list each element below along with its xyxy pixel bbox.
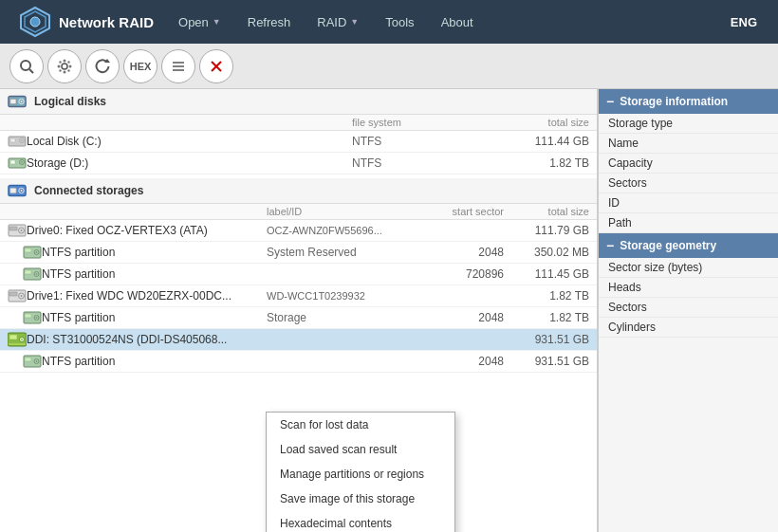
prop-heads[interactable]: Heads	[599, 278, 778, 298]
ntfs-partition-3[interactable]: NTFS partition Storage 2048 1.82 TB	[0, 307, 597, 329]
connected-storages-icon	[8, 184, 27, 197]
svg-rect-41	[25, 248, 31, 252]
main-area: Logical disks file system total size Loc…	[0, 89, 778, 532]
svg-point-11	[67, 69, 69, 71]
logo-icon	[19, 6, 51, 38]
svg-rect-62	[25, 358, 31, 361]
storage-geometry-header: − Storage geometry	[599, 233, 778, 258]
prop-cylinders[interactable]: Cylinders	[599, 318, 778, 338]
svg-point-43	[36, 251, 38, 253]
svg-point-23	[21, 101, 23, 102]
ddi-icon	[8, 332, 27, 347]
svg-point-47	[36, 273, 38, 275]
list-icon	[170, 58, 187, 75]
svg-point-10	[59, 61, 61, 63]
svg-point-27	[21, 139, 23, 141]
storage-info-header: − Storage information	[599, 89, 778, 114]
local-disk-icon	[8, 134, 27, 149]
close-icon	[208, 58, 225, 75]
svg-point-9	[69, 64, 72, 67]
context-menu: Scan for lost data Load saved scan resul…	[266, 412, 455, 532]
nav-refresh[interactable]: Refresh	[234, 0, 305, 44]
drive1-icon	[8, 288, 27, 303]
list-button[interactable]	[161, 49, 195, 83]
prop-name[interactable]: Name	[599, 134, 778, 154]
svg-point-59	[21, 339, 23, 340]
svg-rect-25	[10, 138, 15, 142]
logical-disks-icon	[8, 95, 27, 108]
right-panel: − Storage information Storage type Name …	[598, 89, 778, 532]
svg-point-5	[62, 64, 67, 69]
logical-col-headers: file system total size	[0, 115, 597, 131]
partition-icon-3	[23, 310, 42, 325]
logical-disks-header: Logical disks	[0, 89, 597, 115]
ddi-drive[interactable]: DDI: ST31000524NS (DDI-DS405068... 931.5…	[0, 329, 597, 351]
svg-point-51	[21, 295, 23, 297]
toolbar: HEX	[0, 44, 778, 89]
drive0[interactable]: Drive0: Fixed OCZ-VERTEX3 (ATA) OCZ-AWNZ…	[0, 220, 597, 242]
ntfs-partition-4[interactable]: NTFS partition 2048 931.51 GB	[0, 351, 597, 373]
ntfs-partition-2[interactable]: NTFS partition 720896 111.45 GB	[0, 264, 597, 285]
refresh-icon	[94, 58, 111, 75]
partition-icon-4	[23, 354, 42, 369]
prop-path[interactable]: Path	[599, 213, 778, 233]
nav-tools[interactable]: Tools	[372, 0, 427, 44]
svg-line-4	[29, 69, 33, 73]
partition-icon-1	[23, 245, 42, 260]
prop-capacity[interactable]: Capacity	[599, 154, 778, 174]
connected-storages-header: Connected storages	[0, 178, 597, 204]
svg-point-39	[21, 229, 23, 231]
ctx-manage-partitions[interactable]: Manage partitions or regions	[267, 462, 454, 486]
svg-point-12	[67, 61, 69, 63]
svg-rect-45	[25, 270, 31, 274]
settings-icon	[56, 58, 73, 75]
close-button[interactable]	[199, 49, 233, 83]
svg-rect-57	[9, 335, 17, 339]
nav-about[interactable]: About	[428, 0, 487, 44]
app-title: Network RAID	[59, 14, 154, 30]
nav-open[interactable]: Open▼	[165, 0, 234, 44]
local-disk-c[interactable]: Local Disk (C:) NTFS 111.44 GB	[0, 131, 597, 153]
svg-rect-21	[10, 99, 16, 103]
nav-raid[interactable]: RAID▼	[304, 0, 372, 44]
svg-point-31	[21, 161, 23, 163]
svg-rect-49	[9, 292, 17, 296]
search-button[interactable]	[9, 49, 44, 83]
partition-icon-2	[23, 266, 42, 282]
svg-point-7	[64, 70, 66, 73]
svg-rect-29	[10, 160, 15, 164]
hex-button[interactable]: HEX	[123, 49, 157, 83]
svg-rect-33	[10, 188, 16, 193]
nav-logo: Network RAID	[8, 6, 165, 38]
ctx-hex-contents[interactable]: Hexadecimal contents	[267, 511, 454, 532]
prop-storage-type[interactable]: Storage type	[599, 114, 778, 134]
svg-rect-37	[9, 227, 17, 230]
ctx-save-image[interactable]: Save image of this storage	[267, 486, 454, 511]
refresh-button[interactable]	[85, 49, 120, 83]
drive0-icon	[8, 223, 27, 238]
prop-id[interactable]: ID	[599, 193, 778, 213]
top-nav: Network RAID Open▼ Refresh RAID▼ Tools A…	[0, 0, 778, 44]
svg-point-13	[59, 69, 61, 71]
svg-point-55	[36, 317, 38, 319]
ctx-load-scan[interactable]: Load saved scan result	[267, 437, 454, 462]
svg-point-6	[64, 59, 66, 62]
prop-sectors-geom[interactable]: Sectors	[599, 298, 778, 318]
storage-d[interactable]: Storage (D:) NTFS 1.82 TB	[0, 153, 597, 174]
storage-d-icon	[8, 156, 27, 171]
drive1[interactable]: Drive1: Fixed WDC WD20EZRX-00DC... WD-WC…	[0, 285, 597, 307]
ctx-scan-lost[interactable]: Scan for lost data	[267, 413, 454, 437]
ntfs-partition-1[interactable]: NTFS partition System Reserved 2048 350.…	[0, 242, 597, 264]
prop-sector-size[interactable]: Sector size (bytes)	[599, 258, 778, 278]
svg-point-8	[58, 64, 61, 67]
nav-lang: ENG	[717, 15, 770, 29]
svg-rect-53	[25, 314, 31, 318]
settings-button[interactable]	[47, 49, 82, 83]
connected-col-headers: label/ID start sector total size	[0, 204, 597, 220]
svg-point-2	[30, 17, 40, 27]
prop-sectors-info[interactable]: Sectors	[599, 174, 778, 193]
svg-point-64	[36, 360, 38, 362]
svg-point-35	[21, 190, 23, 192]
svg-rect-60	[9, 343, 26, 345]
svg-point-3	[21, 61, 30, 70]
